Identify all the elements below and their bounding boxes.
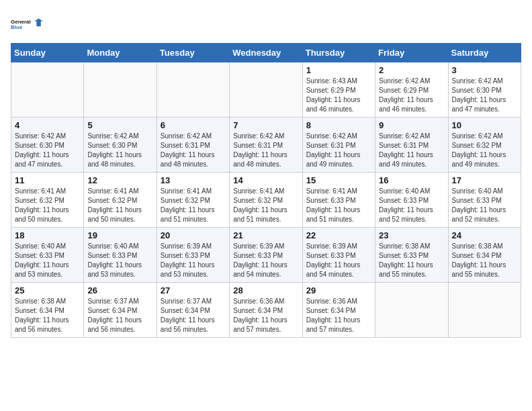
day-cell: 23Sunrise: 6:38 AMSunset: 6:33 PMDayligh… xyxy=(375,228,448,283)
day-info: Sunrise: 6:42 AMSunset: 6:31 PMDaylight:… xyxy=(161,132,226,169)
day-info: Sunrise: 6:37 AMSunset: 6:34 PMDaylight:… xyxy=(161,297,226,334)
day-info: Sunrise: 6:40 AMSunset: 6:33 PMDaylight:… xyxy=(87,242,152,279)
day-info: Sunrise: 6:39 AMSunset: 6:33 PMDaylight:… xyxy=(306,242,371,279)
day-cell: 8Sunrise: 6:42 AMSunset: 6:31 PMDaylight… xyxy=(302,118,375,173)
day-cell xyxy=(157,62,229,118)
week-row-4: 18Sunrise: 6:40 AMSunset: 6:33 PMDayligh… xyxy=(11,228,521,283)
day-number: 19 xyxy=(87,230,152,240)
day-info: Sunrise: 6:42 AMSunset: 6:31 PMDaylight:… xyxy=(379,132,444,169)
day-number: 15 xyxy=(306,175,371,185)
day-number: 23 xyxy=(379,230,444,240)
calendar-table: SundayMondayTuesdayWednesdayThursdayFrid… xyxy=(11,43,521,338)
header-cell-sunday: Sunday xyxy=(11,44,84,62)
day-info: Sunrise: 6:37 AMSunset: 6:34 PMDaylight:… xyxy=(87,297,152,334)
day-cell: 9Sunrise: 6:42 AMSunset: 6:31 PMDaylight… xyxy=(375,118,448,173)
header-cell-monday: Monday xyxy=(84,44,157,62)
day-number: 7 xyxy=(233,120,298,130)
day-cell: 20Sunrise: 6:39 AMSunset: 6:33 PMDayligh… xyxy=(157,228,229,283)
day-cell: 29Sunrise: 6:36 AMSunset: 6:34 PMDayligh… xyxy=(302,283,375,338)
day-number: 10 xyxy=(452,120,517,130)
svg-text:Blue: Blue xyxy=(11,24,23,30)
day-number: 14 xyxy=(233,175,298,185)
day-number: 22 xyxy=(306,230,371,240)
day-number: 1 xyxy=(306,65,371,75)
day-cell: 10Sunrise: 6:42 AMSunset: 6:32 PMDayligh… xyxy=(448,118,521,173)
week-row-2: 4Sunrise: 6:42 AMSunset: 6:30 PMDaylight… xyxy=(11,118,521,173)
day-cell: 16Sunrise: 6:40 AMSunset: 6:33 PMDayligh… xyxy=(375,173,448,228)
logo-svg: General Blue xyxy=(11,11,43,38)
day-cell: 27Sunrise: 6:37 AMSunset: 6:34 PMDayligh… xyxy=(157,283,229,338)
day-number: 18 xyxy=(15,230,80,240)
day-number: 25 xyxy=(15,285,80,295)
day-info: Sunrise: 6:42 AMSunset: 6:31 PMDaylight:… xyxy=(306,132,371,169)
day-cell xyxy=(375,283,448,338)
day-info: Sunrise: 6:41 AMSunset: 6:32 PMDaylight:… xyxy=(161,187,226,224)
day-info: Sunrise: 6:41 AMSunset: 6:32 PMDaylight:… xyxy=(233,187,298,224)
day-cell: 6Sunrise: 6:42 AMSunset: 6:31 PMDaylight… xyxy=(157,118,229,173)
day-number: 27 xyxy=(161,285,226,295)
day-cell: 2Sunrise: 6:42 AMSunset: 6:29 PMDaylight… xyxy=(375,62,448,118)
day-cell: 28Sunrise: 6:36 AMSunset: 6:34 PMDayligh… xyxy=(230,283,302,338)
day-info: Sunrise: 6:42 AMSunset: 6:32 PMDaylight:… xyxy=(452,132,517,169)
day-info: Sunrise: 6:40 AMSunset: 6:33 PMDaylight:… xyxy=(452,187,517,224)
day-number: 26 xyxy=(87,285,152,295)
day-number: 9 xyxy=(379,120,444,130)
day-number: 21 xyxy=(233,230,298,240)
day-info: Sunrise: 6:41 AMSunset: 6:32 PMDaylight:… xyxy=(15,187,80,224)
day-number: 4 xyxy=(15,120,80,130)
day-info: Sunrise: 6:40 AMSunset: 6:33 PMDaylight:… xyxy=(379,187,444,224)
day-number: 6 xyxy=(161,120,226,130)
day-cell xyxy=(84,62,157,118)
header: General Blue xyxy=(11,11,521,38)
day-cell xyxy=(11,62,84,118)
day-info: Sunrise: 6:42 AMSunset: 6:30 PMDaylight:… xyxy=(15,132,80,169)
day-number: 29 xyxy=(306,285,371,295)
day-info: Sunrise: 6:36 AMSunset: 6:34 PMDaylight:… xyxy=(233,297,298,334)
day-info: Sunrise: 6:38 AMSunset: 6:34 PMDaylight:… xyxy=(15,297,80,334)
day-cell: 12Sunrise: 6:41 AMSunset: 6:32 PMDayligh… xyxy=(84,173,157,228)
week-row-1: 1Sunrise: 6:43 AMSunset: 6:29 PMDaylight… xyxy=(11,62,521,118)
day-number: 17 xyxy=(452,175,517,185)
day-cell: 1Sunrise: 6:43 AMSunset: 6:29 PMDaylight… xyxy=(302,62,375,118)
svg-marker-2 xyxy=(34,18,43,26)
svg-text:General: General xyxy=(11,19,31,25)
day-number: 5 xyxy=(87,120,152,130)
day-info: Sunrise: 6:43 AMSunset: 6:29 PMDaylight:… xyxy=(306,77,371,114)
day-number: 20 xyxy=(161,230,226,240)
day-info: Sunrise: 6:42 AMSunset: 6:30 PMDaylight:… xyxy=(452,77,517,114)
day-number: 12 xyxy=(87,175,152,185)
day-cell: 26Sunrise: 6:37 AMSunset: 6:34 PMDayligh… xyxy=(84,283,157,338)
day-cell: 25Sunrise: 6:38 AMSunset: 6:34 PMDayligh… xyxy=(11,283,84,338)
day-number: 2 xyxy=(379,65,444,75)
header-cell-friday: Friday xyxy=(375,44,448,62)
day-number: 16 xyxy=(379,175,444,185)
day-cell xyxy=(448,283,521,338)
day-cell: 15Sunrise: 6:41 AMSunset: 6:33 PMDayligh… xyxy=(302,173,375,228)
day-number: 13 xyxy=(161,175,226,185)
day-cell: 21Sunrise: 6:39 AMSunset: 6:33 PMDayligh… xyxy=(230,228,302,283)
day-cell: 17Sunrise: 6:40 AMSunset: 6:33 PMDayligh… xyxy=(448,173,521,228)
day-info: Sunrise: 6:42 AMSunset: 6:31 PMDaylight:… xyxy=(233,132,298,169)
header-row: SundayMondayTuesdayWednesdayThursdayFrid… xyxy=(11,44,521,62)
header-cell-wednesday: Wednesday xyxy=(230,44,302,62)
header-cell-saturday: Saturday xyxy=(448,44,521,62)
day-info: Sunrise: 6:41 AMSunset: 6:32 PMDaylight:… xyxy=(87,187,152,224)
day-info: Sunrise: 6:39 AMSunset: 6:33 PMDaylight:… xyxy=(161,242,226,279)
day-number: 28 xyxy=(233,285,298,295)
day-number: 11 xyxy=(15,175,80,185)
header-cell-thursday: Thursday xyxy=(302,44,375,62)
day-cell: 22Sunrise: 6:39 AMSunset: 6:33 PMDayligh… xyxy=(302,228,375,283)
day-cell: 5Sunrise: 6:42 AMSunset: 6:30 PMDaylight… xyxy=(84,118,157,173)
day-cell: 24Sunrise: 6:38 AMSunset: 6:34 PMDayligh… xyxy=(448,228,521,283)
day-info: Sunrise: 6:39 AMSunset: 6:33 PMDaylight:… xyxy=(233,242,298,279)
week-row-3: 11Sunrise: 6:41 AMSunset: 6:32 PMDayligh… xyxy=(11,173,521,228)
day-cell: 4Sunrise: 6:42 AMSunset: 6:30 PMDaylight… xyxy=(11,118,84,173)
day-cell xyxy=(230,62,302,118)
day-number: 24 xyxy=(452,230,517,240)
day-number: 8 xyxy=(306,120,371,130)
day-info: Sunrise: 6:40 AMSunset: 6:33 PMDaylight:… xyxy=(15,242,80,279)
day-cell: 7Sunrise: 6:42 AMSunset: 6:31 PMDaylight… xyxy=(230,118,302,173)
day-info: Sunrise: 6:42 AMSunset: 6:30 PMDaylight:… xyxy=(87,132,152,169)
header-cell-tuesday: Tuesday xyxy=(157,44,229,62)
day-info: Sunrise: 6:38 AMSunset: 6:33 PMDaylight:… xyxy=(379,242,444,279)
